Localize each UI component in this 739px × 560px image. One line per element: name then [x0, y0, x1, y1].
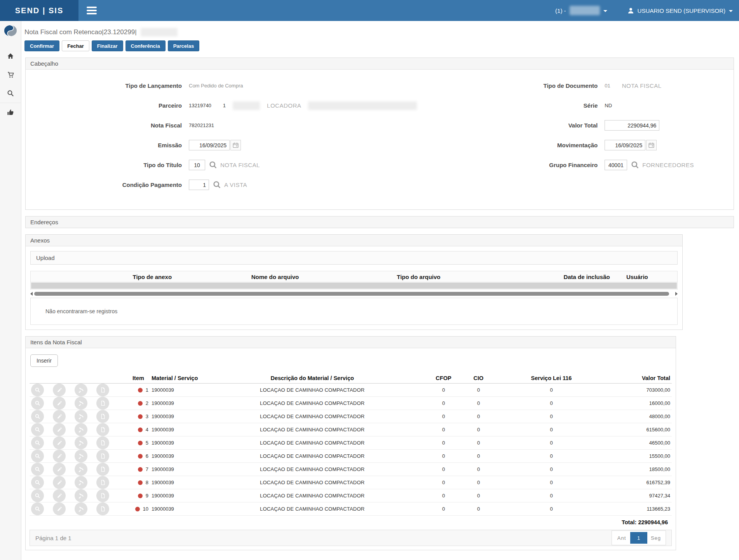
servico-lei-value: 0	[495, 410, 608, 423]
parcelas-button[interactable]: Parcelas	[168, 40, 200, 51]
view-item-button[interactable]	[31, 397, 44, 410]
edit-item-button[interactable]	[53, 450, 66, 462]
item-tools-button[interactable]	[75, 489, 87, 502]
edit-item-button[interactable]	[53, 384, 66, 396]
confirmar-button[interactable]: Confirmar	[24, 40, 59, 51]
pencil-icon	[57, 467, 62, 472]
menu-toggle-button[interactable]	[84, 3, 99, 18]
emissao-calendar-button[interactable]	[230, 140, 241, 150]
edit-item-button[interactable]	[53, 489, 66, 502]
table-row: 8 19000039 LOCAÇAO DE CAMINHAO COMPACTAD…	[30, 476, 672, 489]
company-selector[interactable]: (1) -	[555, 6, 607, 15]
item-tools-button[interactable]	[75, 397, 87, 410]
view-item-button[interactable]	[31, 502, 44, 515]
grupo-financeiro-input[interactable]	[605, 160, 627, 170]
edit-item-button[interactable]	[53, 476, 66, 489]
table-row: 4 19000039 LOCAÇAO DE CAMINHAO COMPACTAD…	[30, 423, 672, 436]
pagination-prev-button[interactable]: Ant	[613, 532, 630, 544]
app-brand: SEND | SIS	[0, 0, 78, 21]
edit-item-button[interactable]	[53, 502, 66, 515]
item-tools-button[interactable]	[75, 476, 87, 489]
edit-item-button[interactable]	[53, 410, 66, 423]
sidebar-item-cart[interactable]	[0, 65, 21, 84]
cfop-value: 0	[425, 476, 462, 489]
edit-item-button[interactable]	[53, 463, 66, 476]
view-item-button[interactable]	[31, 463, 44, 476]
file-icon	[100, 413, 106, 419]
anexos-hscrollbar[interactable]	[30, 291, 678, 297]
anexos-empty-message: Não encontraram-se registros	[30, 298, 678, 325]
movimentacao-input[interactable]	[605, 140, 645, 150]
grupo-financeiro-lookup-button[interactable]	[631, 161, 639, 169]
scroll-right-arrow-icon[interactable]	[675, 292, 678, 296]
item-tools-button[interactable]	[75, 384, 87, 396]
conferencia-button[interactable]: Conferência	[125, 40, 166, 51]
tipo-titulo-lookup-button[interactable]	[209, 161, 217, 169]
emissao-input[interactable]	[189, 140, 230, 150]
item-document-button[interactable]	[96, 476, 109, 489]
cio-value: 0	[462, 410, 495, 423]
pencil-icon	[57, 427, 62, 433]
view-item-button[interactable]	[31, 450, 44, 462]
pagination-page-1-button[interactable]: 1	[630, 532, 647, 544]
sidebar-item-home[interactable]	[0, 47, 21, 65]
action-buttons: Confirmar Fechar Finalizar Conferência P…	[21, 40, 739, 51]
sidebar-item-approve[interactable]	[0, 103, 21, 121]
view-item-button[interactable]	[31, 410, 44, 423]
item-document-button[interactable]	[96, 450, 109, 462]
itens-total: Total: 2290944,96	[30, 516, 672, 529]
servico-lei-value: 0	[495, 450, 608, 463]
item-document-button[interactable]	[96, 397, 109, 410]
item-document-button[interactable]	[96, 384, 109, 396]
condicao-pagamento-input[interactable]	[189, 180, 209, 190]
inserir-button[interactable]: Inserir	[30, 354, 58, 367]
serie-value: ND	[605, 103, 612, 108]
finalizar-button[interactable]: Finalizar	[92, 40, 123, 51]
item-document-button[interactable]	[96, 489, 109, 502]
pencil-icon	[57, 414, 62, 419]
edit-item-button[interactable]	[53, 423, 66, 436]
view-item-button[interactable]	[31, 476, 44, 489]
edit-item-button[interactable]	[53, 397, 66, 410]
item-document-button[interactable]	[96, 502, 109, 515]
fechar-button[interactable]: Fechar	[62, 40, 89, 51]
calendar-icon	[233, 142, 239, 148]
upload-button[interactable]: Upload	[30, 251, 678, 265]
edit-item-button[interactable]	[53, 436, 66, 449]
item-document-button[interactable]	[96, 463, 109, 476]
view-item-button[interactable]	[31, 384, 44, 396]
field-label: Tipo de Documento	[417, 82, 598, 89]
user-menu[interactable]: USUARIO SEND (SUPERVISOR)	[627, 7, 733, 14]
search-icon	[7, 90, 14, 97]
item-tools-button[interactable]	[75, 463, 87, 476]
condicao-pagamento-lookup-button[interactable]	[213, 181, 221, 189]
valor-total-input[interactable]	[605, 120, 659, 131]
item-tools-button[interactable]	[75, 450, 87, 462]
item-document-button[interactable]	[96, 423, 109, 436]
item-document-button[interactable]	[96, 410, 109, 423]
cio-value: 0	[462, 423, 495, 436]
pencil-icon	[57, 506, 62, 512]
search-icon	[35, 400, 40, 406]
pagination-next-button[interactable]: Seg	[647, 532, 664, 544]
scrollbar-thumb[interactable]	[34, 292, 669, 296]
movimentacao-calendar-button[interactable]	[646, 140, 657, 150]
sidebar-item-search[interactable]	[0, 84, 21, 103]
item-tools-button[interactable]	[75, 502, 87, 515]
item-number: 1	[146, 387, 148, 393]
enderecos-header[interactable]: Endereços	[26, 216, 734, 228]
item-tools-button[interactable]	[75, 436, 87, 449]
cio-value: 0	[462, 450, 495, 463]
view-item-button[interactable]	[31, 489, 44, 502]
view-item-button[interactable]	[31, 423, 44, 436]
row-actions	[30, 450, 127, 463]
item-document-button[interactable]	[96, 436, 109, 449]
tipo-titulo-input[interactable]	[189, 160, 205, 170]
item-tools-button[interactable]	[75, 410, 87, 423]
column-header: CFOP	[425, 373, 462, 384]
column-header-actions	[30, 373, 127, 384]
item-tools-button[interactable]	[75, 423, 87, 436]
scroll-left-arrow-icon[interactable]	[30, 292, 33, 296]
view-item-button[interactable]	[31, 436, 44, 449]
field-label: Valor Total	[417, 122, 598, 129]
